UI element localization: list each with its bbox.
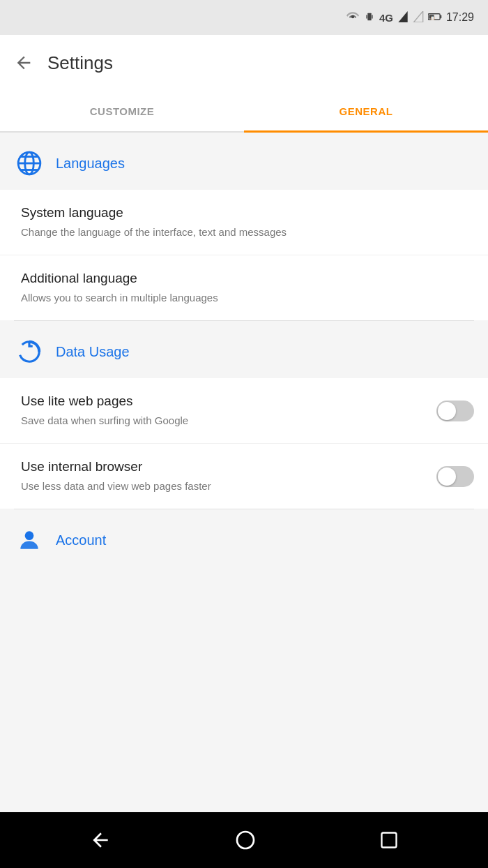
4g-icon: 4G [379,12,393,24]
data-usage-label: Data Usage [56,344,130,360]
svg-rect-18 [382,833,397,848]
wifi-icon [346,10,360,25]
svg-text:📋: 📋 [430,15,436,20]
internal-browser-text: Use internal browser Use less data and v… [21,459,436,493]
internal-browser-toggle[interactable] [436,466,474,487]
data-usage-icon [14,336,45,367]
svg-point-16 [25,531,34,540]
tabs-bar: CUSTOMIZE GENERAL [0,91,488,133]
back-button[interactable] [14,53,33,73]
nav-bar [0,812,488,868]
system-language-item[interactable]: System language Change the language of t… [0,190,488,255]
battery-icon: 📋 [428,11,442,24]
status-time: 17:29 [446,11,474,24]
account-label: Account [56,532,106,548]
languages-section-header[interactable]: Languages [0,133,488,190]
nav-recent-button[interactable] [379,830,399,850]
account-icon [14,525,45,555]
svg-rect-7 [440,15,441,17]
additional-language-item[interactable]: Additional language Allows you to search… [0,255,488,320]
content-area: Languages System language Change the lan… [0,133,488,567]
nav-home-button[interactable] [234,829,257,851]
page-title: Settings [47,52,113,74]
additional-language-text: Additional language Allows you to search… [21,271,474,305]
svg-rect-1 [367,13,371,20]
languages-label: Languages [56,156,125,172]
header: Settings [0,35,488,91]
lite-web-pages-item[interactable]: Use lite web pages Save data when surfin… [0,378,488,444]
tab-general[interactable]: GENERAL [244,91,488,131]
svg-rect-2 [366,15,367,18]
signal-full-icon [397,11,409,24]
account-section-header[interactable]: Account [0,509,488,567]
vibrate-icon [364,10,375,25]
lite-web-pages-toggle[interactable] [436,401,474,421]
system-language-text: System language Change the language of t… [21,205,474,239]
svg-point-17 [237,832,254,848]
status-bar: 4G 📋 17:29 [0,0,488,35]
internal-browser-item[interactable]: Use internal browser Use less data and v… [0,444,488,509]
data-usage-section-header[interactable]: Data Usage [0,321,488,378]
status-icons: 4G 📋 17:29 [346,10,474,25]
nav-back-button[interactable] [89,829,112,851]
lite-web-pages-text: Use lite web pages Save data when surfin… [21,394,436,428]
signal-empty-icon [413,11,424,24]
tab-customize[interactable]: CUSTOMIZE [0,91,244,131]
svg-rect-3 [372,15,372,18]
globe-icon [14,148,45,179]
svg-marker-4 [398,11,407,22]
svg-marker-5 [413,11,422,22]
